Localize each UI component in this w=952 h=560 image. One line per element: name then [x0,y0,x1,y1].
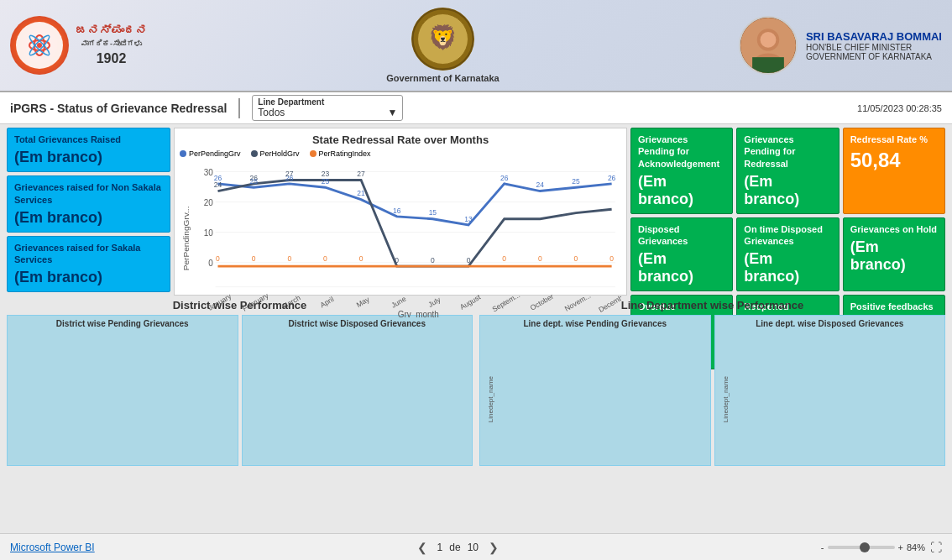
svg-text:13: 13 [464,215,473,223]
svg-text:20: 20 [204,198,213,207]
zoom-plus-button[interactable]: + [898,542,903,552]
svg-text:16: 16 [393,206,401,214]
svg-text:21: 21 [357,189,365,197]
svg-text:0: 0 [609,254,614,263]
powerbi-link[interactable]: Microsoft Power BI [10,542,95,553]
svg-text:Grv_month: Grv_month [398,310,439,317]
line-pending-y-label: Linedept_name [487,376,494,422]
district-section: District wise Performance District wise … [7,299,473,530]
footer: Microsoft Power BI ❮ 1 de 10 ❯ - + 84% ⛶ [0,533,952,560]
page-navigation: ❮ 1 de 10 ❯ [414,539,502,556]
header-right: SRI BASAVARAJ BOMMAI HON'BLE CHIEF MINIS… [739,16,942,75]
page-separator: de [449,542,460,553]
svg-text:0: 0 [467,256,471,264]
svg-text:25: 25 [572,177,580,186]
pending-ack-box[interactable]: Grievances Pending for Acknowledgement (… [630,128,733,214]
per-rating-dot [310,150,316,157]
svg-text:February: February [241,290,270,312]
district-pending-inner [11,330,234,462]
non-sakala-box[interactable]: Grievances raised for Non Sakala Service… [7,175,170,233]
svg-text:June: June [390,295,407,310]
zoom-slider[interactable] [828,546,895,549]
line-dept-pending-chart: Line dept. wise Pending Grievances Lined… [479,315,711,466]
svg-text:May: May [355,295,371,309]
karnataka-emblem: 🦁 [411,8,474,71]
legend-per-hold: PerHoldGrv [251,149,300,158]
pending-redressal-box[interactable]: Grievances Pending for Redressal (Em bra… [736,128,839,214]
svg-text:0: 0 [395,256,399,264]
header-left: ಜನಸ್ಪಂದನ ನಾಗರಿಕ-ಸೇವೆಗಳು 1902 [10,16,147,75]
svg-text:December: December [597,290,621,314]
right-stats: Grievances Pending for Acknowledgement (… [630,128,945,296]
main-content: Total Grievances Raised (Em branco) Grie… [0,124,952,533]
next-page-button[interactable]: ❯ [485,539,502,556]
svg-text:April: April [319,295,336,309]
legend-per-pending: PerPendingGrv [180,149,241,158]
line-dept-charts-row: Line dept. wise Pending Grievances Lined… [479,315,945,466]
line-disposed-y-label: Linedept_name [722,376,730,422]
svg-text:26: 26 [249,173,258,181]
right-stats-row-1: Grievances Pending for Acknowledgement (… [630,128,945,214]
svg-text:0: 0 [574,254,578,263]
header-center: 🦁 Government of Karnataka [386,8,499,83]
sakala-box[interactable]: Grievances raised for Sakala Services (E… [7,236,170,293]
cm-info: SRI BASAVARAJ BOMMAI HON'BLE CHIEF MINIS… [806,30,942,61]
page-current: 1 [437,542,443,553]
svg-rect-13 [752,57,784,73]
on-hold-box[interactable]: Grievances on Hold (Em branco) [843,217,945,292]
svg-text:Novem...: Novem... [563,291,592,313]
svg-text:0: 0 [538,254,542,263]
per-pending-line [217,184,611,225]
fullscreen-button[interactable]: ⛶ [930,541,942,554]
svg-text:July: July [426,295,442,309]
svg-text:0: 0 [502,254,506,263]
svg-point-12 [761,32,777,48]
svg-text:PerPendingGrv...: PerPendingGrv... [181,207,191,271]
bottom-section: District wise Performance District wise … [7,299,945,530]
page-total: 10 [468,542,479,553]
stats-row: Total Grievances Raised (Em branco) Grie… [7,128,945,296]
zoom-thumb[interactable] [860,542,870,552]
svg-text:0: 0 [323,254,327,263]
left-stats: Total Grievances Raised (Em branco) Grie… [7,128,170,296]
svg-text:Septem...: Septem... [490,290,521,313]
page-title: iPGRS - Status of Grievance Redressal [10,102,227,115]
state-redressal-chart: State Redressal Rate over Months PerPend… [174,128,627,296]
svg-point-5 [37,43,42,48]
redressal-rate-box[interactable]: Redressal Rate % 50,84 [843,128,945,214]
govt-label: Government of Karnataka [386,73,499,83]
line-dept-disposed-chart: Line dept. wise Disposed Grievances Line… [714,315,946,466]
footer-right: - + 84% ⛶ [821,541,942,554]
svg-text:24: 24 [536,181,545,189]
svg-text:0: 0 [216,254,220,263]
dropdown-arrow-icon: ▼ [387,107,397,118]
svg-text:30: 30 [204,168,213,177]
disposed-box[interactable]: Disposed Grievances (Em branco) [630,217,733,292]
zoom-minus-button[interactable]: - [821,542,824,552]
cm-photo [739,16,798,75]
per-hold-line [217,181,611,267]
svg-text:October: October [529,292,555,312]
svg-text:0: 0 [359,254,364,263]
line-dept-section: Line Department wise Performance Line de… [479,299,945,530]
svg-text:15: 15 [429,208,437,217]
svg-text:0: 0 [252,254,256,263]
district-disposed-chart: District wise Disposed Grievances [242,315,473,466]
line-pending-inner: Linedept_name [484,330,707,462]
svg-text:24: 24 [214,181,222,189]
district-pending-chart: District wise Pending Grievances [7,315,238,466]
district-charts-row: District wise Pending Grievances Distric… [7,315,473,466]
svg-text:10: 10 [204,228,213,238]
zoom-controls: - + 84% [821,542,925,552]
line-department-dropdown[interactable]: Line Department Todos ▼ [252,95,403,121]
logo-text: ಜನಸ್ಪಂದನ ನಾಗರಿಕ-ಸೇವೆಗಳು 1902 [76,23,147,69]
total-grievances-box[interactable]: Total Grievances Raised (Em branco) [7,128,170,172]
svg-text:27: 27 [357,170,365,178]
separator [238,98,240,118]
on-time-disposed-box[interactable]: On time Disposed Grievances (Em branco) [736,217,839,292]
legend-per-rating: PerRatingIndex [310,149,371,158]
prev-page-button[interactable]: ❮ [414,539,431,556]
svg-text:25: 25 [322,177,330,186]
svg-text:23: 23 [322,170,330,178]
chart-legend: PerPendingGrv PerHoldGrv PerRatingIndex [180,149,621,158]
